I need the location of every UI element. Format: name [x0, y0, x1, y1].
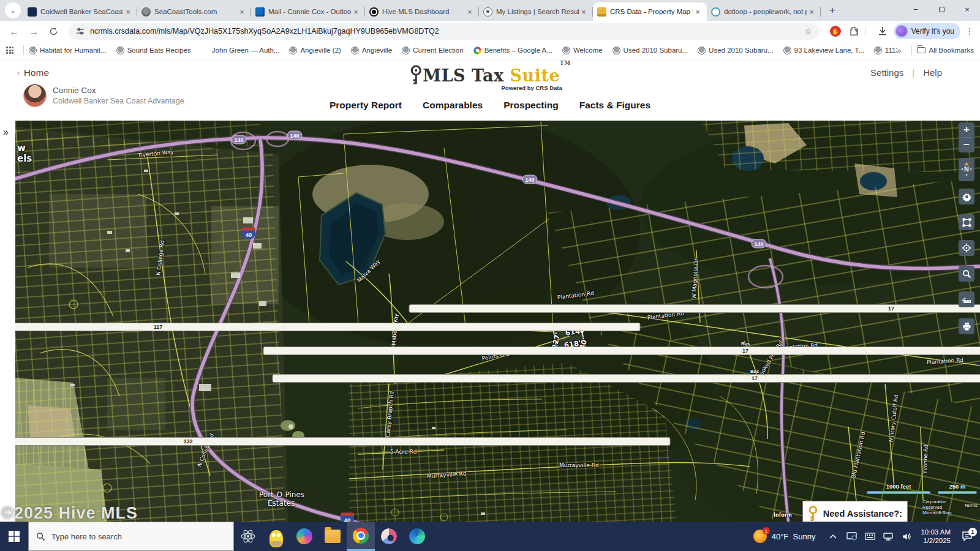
new-tab-button[interactable]: +	[824, 2, 840, 18]
maximize-button[interactable]	[929, 0, 954, 18]
site-info-icon[interactable]	[76, 27, 85, 36]
bookmark-item[interactable]: Sound Eats Recipes	[116, 47, 191, 54]
address-bar[interactable]: ncrmls.crsdata.com/mls/Map/VQzJHa5X175sh…	[69, 23, 820, 40]
bookmark-item[interactable]: Welcome	[562, 47, 603, 54]
tab-close-button[interactable]: ×	[351, 7, 361, 17]
tab-close-button[interactable]: ×	[579, 7, 589, 17]
gear-icon	[962, 192, 971, 201]
forward-button[interactable]: →	[26, 23, 42, 39]
map-settings-button[interactable]	[959, 189, 974, 204]
locate-button[interactable]	[959, 240, 974, 256]
bookmark-item[interactable]: 1113 S Ocean Blvd....	[874, 47, 897, 54]
scale-meters-label: 250 m	[949, 483, 966, 490]
bookmark-item[interactable]: Angieville	[351, 47, 392, 54]
all-bookmarks-label[interactable]: All Bookmarks	[929, 47, 974, 54]
verify-profile-chip[interactable]: Verify it's you	[894, 23, 960, 39]
tab-search-button[interactable]: ⌄	[5, 2, 21, 18]
tab-close-button[interactable]: ×	[807, 7, 816, 17]
extensions-puzzle-icon[interactable]	[848, 25, 860, 37]
select-area-button[interactable]	[959, 214, 974, 230]
map-search-button[interactable]	[959, 266, 974, 282]
tray-display-icon[interactable]	[844, 532, 859, 541]
chevron-down-icon: ⌄	[10, 7, 15, 15]
nav-item-property-report[interactable]: Property Report	[330, 100, 402, 111]
tab-close-button[interactable]: ×	[237, 7, 247, 17]
tab-close-button[interactable]: ×	[465, 7, 475, 17]
compass-down-icon[interactable]: ▾	[965, 173, 968, 178]
bookmark-item[interactable]: Habitat for Humanit...	[29, 47, 107, 54]
weather-widget[interactable]: 1 40°F Sunny	[753, 530, 816, 543]
app-character[interactable]	[262, 522, 290, 551]
map-label: Murrayville Rd	[559, 462, 599, 468]
download-icon[interactable]	[876, 25, 889, 37]
minimize-button[interactable]: −	[903, 0, 929, 18]
tab-close-button[interactable]: ×	[693, 7, 703, 17]
bookmark-star-icon[interactable]: ☆	[804, 26, 812, 36]
rotate-right-icon[interactable]: ▸	[970, 167, 973, 171]
route-shield-17: 17Bus	[263, 347, 980, 355]
start-button[interactable]	[0, 522, 28, 551]
zoom-out-button[interactable]: −	[959, 138, 974, 152]
bookmarks-divider	[23, 45, 24, 55]
globe-icon	[612, 47, 620, 54]
close-window-button[interactable]: ×	[954, 0, 980, 18]
app-atom[interactable]	[234, 522, 262, 551]
nav-item-comparables[interactable]: Comparables	[423, 100, 483, 111]
app-chrome-active[interactable]	[347, 522, 375, 551]
tray-volume-icon[interactable]	[899, 533, 914, 541]
action-center-button[interactable]: 1	[957, 531, 978, 541]
measure-button[interactable]	[959, 291, 974, 307]
shield-number: 117	[154, 324, 163, 330]
browser-menu-button[interactable]: ⋮	[965, 26, 974, 36]
bookmarks-overflow-button[interactable]: »	[897, 46, 901, 55]
shield-number: 140	[525, 176, 534, 182]
app-edge[interactable]	[403, 522, 431, 551]
bookmark-item[interactable]: Used 2010 Subaru...	[698, 47, 774, 54]
tray-keyboard-icon[interactable]	[862, 533, 877, 540]
browser-tab[interactable]: Mail - Connie Cox - Outlook×	[251, 2, 365, 21]
adblock-icon[interactable]: ✋	[829, 25, 842, 37]
atom-icon	[240, 528, 256, 544]
tab-close-button[interactable]: ×	[123, 7, 133, 17]
help-link[interactable]: Help	[923, 67, 942, 78]
property-map[interactable]: welsTiverton WayN College RdN College Rd…	[15, 121, 980, 522]
terms-link[interactable]: Terms	[964, 503, 978, 508]
browser-tab[interactable]: My Listings | Search Results | fle×	[479, 2, 593, 21]
taskbar-search[interactable]: Type here to search	[28, 522, 234, 551]
back-button[interactable]: ←	[6, 23, 22, 39]
sidebar-expand-button[interactable]: »	[3, 127, 9, 138]
zoom-in-button[interactable]: +	[959, 122, 974, 137]
browser-tab[interactable]: Hive MLS Dashboard×	[365, 2, 479, 21]
bookmark-item[interactable]: Angieville (2)	[289, 47, 341, 54]
nav-item-facts-figures[interactable]: Facts & Figures	[579, 100, 650, 111]
satellite-terrain	[15, 121, 980, 522]
compass-control[interactable]: ◂N▸ ▾	[959, 158, 974, 181]
bookmark-item[interactable]: Benefits – Google A...	[473, 47, 552, 54]
reload-button[interactable]	[45, 23, 61, 39]
hidden-icons-button[interactable]	[826, 534, 840, 539]
home-link[interactable]: ‹ Home	[17, 67, 49, 78]
url-text[interactable]: ncrmls.crsdata.com/mls/Map/VQzJHa5X175sh…	[90, 27, 799, 36]
app-paint[interactable]	[375, 522, 403, 551]
nav-item-prospecting[interactable]: Prospecting	[503, 100, 559, 111]
browser-tab[interactable]: Coldwell Banker SeaCoast Adva×	[23, 2, 137, 21]
browser-tab[interactable]: SeaCoastTools.com×	[137, 2, 251, 21]
settings-link[interactable]: Settings	[870, 67, 903, 78]
app-file-explorer[interactable]	[318, 522, 347, 551]
tray-network-icon[interactable]	[881, 533, 895, 541]
bookmark-item[interactable]: 93 Lakeview Lane, T...	[783, 47, 864, 54]
apps-grid-icon[interactable]	[6, 47, 13, 54]
bookmark-item[interactable]: Current Election	[402, 47, 463, 54]
browser-tab[interactable]: CRS Data - Property Map for×	[593, 2, 707, 21]
taskbar-clock[interactable]: 10:03 AM 1/2/2025	[921, 528, 951, 545]
bookmark-item[interactable]: John Green — Auth...	[201, 47, 280, 54]
app-copilot[interactable]	[290, 522, 318, 551]
browser-tab[interactable]: dotloop - peoplework, not pap×	[707, 2, 821, 21]
route-shield-140: 140	[232, 135, 247, 144]
need-assistance-popup[interactable]: Need Assistance?:	[802, 501, 908, 522]
bookmark-item[interactable]: Used 2010 Subaru...	[612, 47, 688, 54]
print-button[interactable]	[959, 318, 974, 334]
rotate-left-icon[interactable]: ◂	[961, 167, 963, 171]
clock-time: 10:03 AM	[921, 528, 951, 536]
shield-number: 140	[754, 241, 763, 247]
